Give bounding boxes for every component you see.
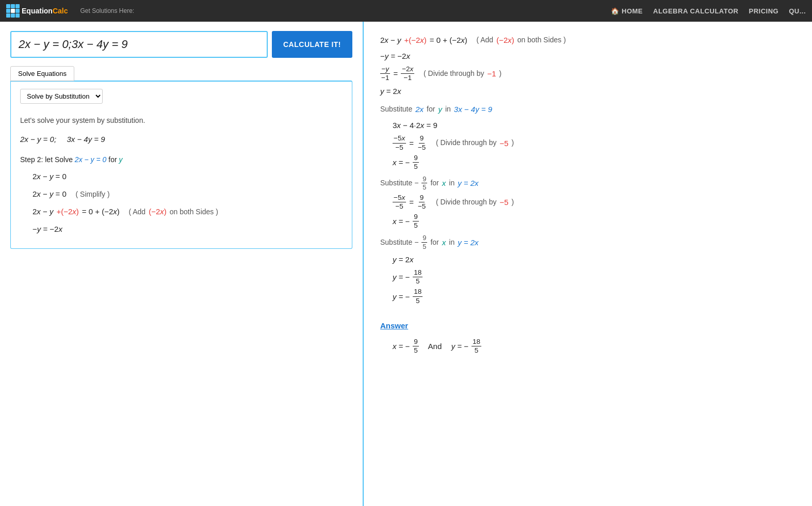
right-step-4: y = 2x — [380, 84, 795, 98]
right-step-12: y = − 18 5 — [393, 288, 795, 305]
right-sub-2: Substitute − 9 5 for x in y = 2x — [380, 175, 795, 192]
right-step-10: y = 2x — [393, 252, 795, 266]
nav-pricing[interactable]: PRICING — [749, 7, 778, 15]
tab-bar[interactable]: Solve Equations — [10, 66, 74, 81]
step2-eq: 2x − y = 0 — [75, 155, 107, 164]
answer-label: Answer — [380, 311, 795, 336]
right-step-5: 3x − 4·2x = 9 — [393, 118, 795, 132]
right-step-8: −5x −5 = 9 −5 ( Divide through by −5 ) — [393, 194, 795, 211]
right-step-3: −y −1 = −2x −1 ( Divide through by −1 ) — [380, 65, 795, 82]
intro-text: Let's solve your system by substitution. — [20, 113, 343, 128]
logo-grid — [6, 4, 20, 18]
nav-tagline: Get Solutions Here: — [80, 7, 134, 14]
right-step-9: x = − 9 5 — [393, 213, 795, 230]
step2-label: Step 2: let Solve 2x − y = 0 for y — [20, 152, 343, 167]
line3: 2x − y +(−2x) = 0 + (−2x) ( Add (−2x) on… — [33, 204, 343, 219]
system-eq1: 2x − y = 0; — [20, 132, 56, 147]
left-panel: CALCULATE IT! Solve Equations Solve by S… — [0, 22, 364, 506]
equation-input[interactable] — [10, 31, 268, 58]
solve-box: Solve by Substitution Let's solve your s… — [10, 81, 352, 249]
final-answer: x = − 9 5 And y = − 18 5 — [393, 338, 795, 355]
nav-algebra[interactable]: ALGEBRA CALCULATOR — [653, 7, 738, 15]
step2-for: for — [108, 155, 119, 164]
page-container: CALCULATE IT! Solve Equations Solve by S… — [0, 22, 812, 506]
logo-equation: Equation — [22, 7, 53, 15]
right-step-7: x = − 9 5 — [393, 154, 795, 171]
nav-more[interactable]: QU... — [789, 7, 806, 15]
calculate-button[interactable]: CALCULATE IT! — [272, 31, 352, 58]
logo: EquationCalc — [6, 4, 68, 18]
logo-calc: Calc — [53, 7, 68, 15]
right-sub-1: Substitute 2x for y in 3x − 4y = 9 — [380, 102, 795, 116]
system-eq2: 3x − 4y = 9 — [67, 132, 105, 147]
math-content: Let's solve your system by substitution.… — [20, 113, 343, 237]
logo-text: EquationCalc — [22, 7, 68, 15]
input-row: CALCULATE IT! — [10, 31, 352, 58]
right-step-11: y = − 18 5 — [393, 268, 795, 286]
system-equations: 2x − y = 0; 3x − 4y = 9 — [20, 132, 343, 147]
navbar: EquationCalc Get Solutions Here: HOME AL… — [0, 0, 812, 22]
line2: 2x − y = 0 ( Simplify ) — [33, 186, 343, 202]
nav-home[interactable]: HOME — [611, 7, 643, 15]
step2-prefix: Step 2: let Solve — [20, 155, 73, 164]
line1: 2x − y = 0 — [33, 169, 343, 184]
line4: −y = −2x — [33, 222, 343, 237]
right-step-2: −y = −2x — [380, 49, 795, 63]
right-step-6: −5x −5 = 9 −5 ( Divide through by −5 ) — [393, 134, 795, 151]
right-step-1: 2x − y +(−2x) = 0 + (−2x) ( Add (−2x) on… — [380, 33, 795, 47]
right-sub-3: Substitute − 9 5 for x in y = 2x — [380, 234, 795, 250]
nav-links: HOME ALGEBRA CALCULATOR PRICING QU... — [611, 7, 806, 15]
step2-var: y — [119, 155, 122, 164]
method-dropdown: Solve by Substitution — [20, 89, 343, 104]
solve-equations-tab: Solve Equations Solve by Substitution Le… — [10, 66, 352, 249]
right-panel: 2x − y +(−2x) = 0 + (−2x) ( Add (−2x) on… — [364, 22, 812, 506]
method-select[interactable]: Solve by Substitution — [20, 89, 103, 104]
